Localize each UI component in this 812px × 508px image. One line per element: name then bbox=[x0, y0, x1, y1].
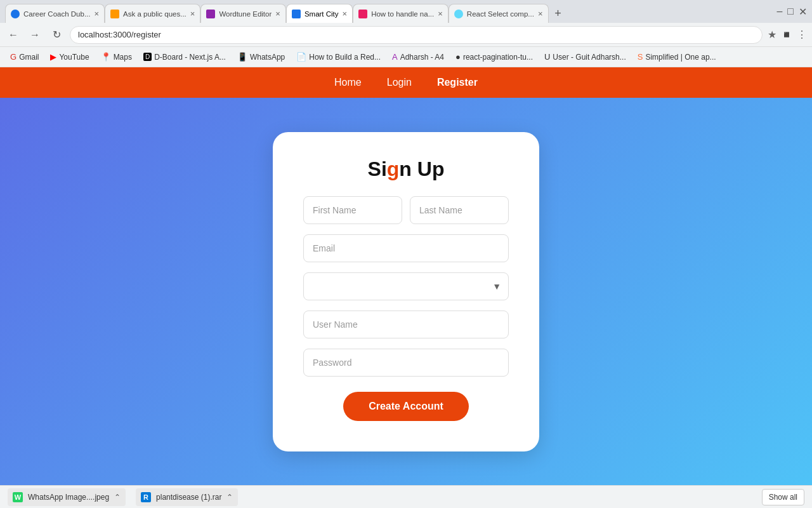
bookmark-label-whatsapp: WhatsApp bbox=[250, 53, 285, 62]
download-expand-whatsapp[interactable]: ⌃ bbox=[114, 493, 121, 502]
tab-wordtune[interactable]: Wordtune Editor × bbox=[200, 4, 285, 23]
bookmark-label-youtube: YouTube bbox=[59, 53, 89, 62]
role-select-wrapper: User Admin ▼ bbox=[303, 272, 509, 300]
tab-strip: Career Coach Dub... × Ask a public ques.… bbox=[5, 0, 771, 23]
bookmark-maps[interactable]: 📍 Maps bbox=[96, 51, 137, 63]
bookmark-favicon-gmail: G bbox=[10, 52, 16, 62]
tab-favicon-howto bbox=[358, 10, 367, 18]
bookmark-pagination[interactable]: ● react-pagination-tu... bbox=[450, 51, 538, 63]
bookmark-adharsh[interactable]: A Adharsh - A4 bbox=[387, 51, 449, 63]
main-area: Sign Up User Admin ▼ Cr bbox=[0, 98, 812, 485]
navbar: Home Login Register bbox=[0, 67, 812, 98]
minimize-button[interactable]: – bbox=[776, 6, 782, 17]
first-name-input[interactable] bbox=[303, 196, 402, 224]
bookmark-label-howbuild: How to Build a Red... bbox=[309, 53, 381, 62]
tab-label-career: Career Coach Dub... bbox=[23, 10, 90, 18]
download-item-whatsapp[interactable]: W WhatsApp Image....jpeg ⌃ bbox=[8, 488, 126, 506]
tab-close-react[interactable]: × bbox=[538, 9, 543, 18]
maximize-button[interactable]: □ bbox=[787, 6, 794, 17]
bookmarks-bar: G Gmail ▶ YouTube 📍 Maps D D-Board - Nex… bbox=[0, 47, 812, 67]
bookmark-youtube[interactable]: ▶ YouTube bbox=[45, 51, 94, 63]
tab-close-wordtune[interactable]: × bbox=[275, 9, 280, 18]
bookmark-label-pagination: react-pagination-tu... bbox=[463, 53, 533, 62]
tab-label-wordtune: Wordtune Editor bbox=[219, 10, 272, 18]
password-input[interactable] bbox=[303, 349, 509, 377]
tab-career-coach[interactable]: Career Coach Dub... × bbox=[5, 4, 105, 23]
nav-login[interactable]: Login bbox=[387, 77, 412, 88]
back-button[interactable]: ← bbox=[5, 27, 22, 43]
bookmark-favicon-pagination: ● bbox=[455, 52, 461, 62]
bookmark-howbuild[interactable]: 📄 How to Build a Red... bbox=[291, 51, 386, 63]
address-input[interactable]: localhost:3000/register bbox=[70, 26, 763, 44]
close-button[interactable]: ✕ bbox=[799, 6, 807, 18]
tab-favicon-react bbox=[454, 10, 463, 18]
tab-favicon-career bbox=[11, 10, 20, 18]
bookmark-favicon-maps: 📍 bbox=[101, 52, 111, 62]
last-name-input[interactable] bbox=[410, 196, 509, 224]
reload-button[interactable]: ↻ bbox=[48, 27, 65, 43]
bookmark-icon[interactable]: ★ bbox=[768, 29, 776, 41]
download-label-whatsapp: WhatsApp Image....jpeg bbox=[28, 493, 109, 502]
download-icon-plantdisease: R bbox=[141, 492, 151, 502]
bookmark-whatsapp[interactable]: 📱 WhatsApp bbox=[232, 51, 290, 63]
address-icons: ★ ◾ ⋮ bbox=[768, 29, 807, 41]
bookmark-favicon-user: U bbox=[544, 52, 550, 62]
signup-title: Sign Up bbox=[368, 157, 445, 181]
create-account-button[interactable]: Create Account bbox=[343, 392, 469, 421]
tab-favicon-wordtune bbox=[206, 10, 215, 18]
show-all-button[interactable]: Show all bbox=[762, 489, 804, 505]
tab-close-career[interactable]: × bbox=[94, 9, 99, 18]
tab-label-react: React Select comp... bbox=[467, 10, 534, 18]
bookmark-favicon-youtube: ▶ bbox=[50, 52, 56, 62]
bookmark-label-adharsh: Adharsh - A4 bbox=[400, 53, 444, 62]
download-icon-whatsapp: W bbox=[13, 492, 23, 502]
form-card: Sign Up User Admin ▼ Cr bbox=[273, 132, 539, 451]
bookmark-gmail[interactable]: G Gmail bbox=[5, 51, 44, 63]
tab-label-ask: Ask a public ques... bbox=[123, 10, 187, 18]
username-input[interactable] bbox=[303, 311, 509, 338]
bookmark-favicon-howbuild: 📄 bbox=[296, 52, 306, 62]
bookmark-favicon-whatsapp: 📱 bbox=[237, 52, 247, 62]
bookmark-label-gmail: Gmail bbox=[19, 53, 39, 62]
nav-register[interactable]: Register bbox=[437, 77, 478, 88]
name-row bbox=[303, 196, 509, 224]
tab-close-ask[interactable]: × bbox=[190, 9, 195, 18]
bookmark-favicon-adharsh: A bbox=[392, 52, 398, 62]
new-tab-button[interactable]: + bbox=[549, 4, 568, 23]
signup-title-highlight: g bbox=[387, 157, 400, 180]
email-input[interactable] bbox=[303, 234, 509, 262]
tab-favicon-smartcity bbox=[292, 10, 301, 18]
download-expand-plantdisease[interactable]: ⌃ bbox=[226, 493, 233, 502]
tab-close-howto[interactable]: × bbox=[438, 9, 443, 18]
status-bar: W WhatsApp Image....jpeg ⌃ R plantdiseas… bbox=[0, 485, 812, 508]
tab-close-smartcity[interactable]: × bbox=[343, 9, 348, 18]
tab-react[interactable]: React Select comp... × bbox=[449, 4, 549, 23]
bookmark-label-user: User - Guit Adharsh... bbox=[553, 53, 625, 62]
browser-window: Career Coach Dub... × Ask a public ques.… bbox=[0, 0, 812, 508]
nav-home[interactable]: Home bbox=[334, 77, 362, 88]
download-item-plantdisease[interactable]: R plantdisease (1).rar ⌃ bbox=[136, 488, 238, 506]
tab-favicon-ask bbox=[110, 10, 119, 18]
title-bar: Career Coach Dub... × Ask a public ques.… bbox=[0, 0, 812, 23]
app-content: Home Login Register Sign Up User bbox=[0, 67, 812, 485]
bookmark-dboard[interactable]: D D-Board - Next.js A... bbox=[138, 51, 231, 63]
tab-ask[interactable]: Ask a public ques... × bbox=[105, 4, 200, 23]
tab-label-smartcity: Smart City bbox=[304, 10, 339, 18]
bookmark-simplified[interactable]: S Simplified | One ap... bbox=[632, 51, 721, 63]
tab-smartcity[interactable]: Smart City × bbox=[286, 4, 353, 23]
tab-label-howto: How to handle na... bbox=[371, 10, 434, 18]
extensions-icon[interactable]: ◾ bbox=[780, 29, 793, 41]
address-bar: ← → ↻ localhost:3000/register ★ ◾ ⋮ bbox=[0, 23, 812, 47]
forward-button[interactable]: → bbox=[27, 27, 43, 43]
download-label-plantdisease: plantdisease (1).rar bbox=[156, 493, 221, 502]
bookmark-label-simplified: Simplified | One ap... bbox=[645, 53, 716, 62]
bookmark-favicon-simplified: S bbox=[638, 52, 643, 62]
window-controls: – □ ✕ bbox=[776, 6, 807, 18]
menu-icon[interactable]: ⋮ bbox=[797, 29, 807, 41]
bookmark-user[interactable]: U User - Guit Adharsh... bbox=[539, 51, 631, 63]
address-text: localhost:3000/register bbox=[78, 30, 161, 39]
bookmark-favicon-dboard: D bbox=[143, 53, 152, 61]
bookmark-label-maps: Maps bbox=[114, 53, 132, 62]
tab-howto[interactable]: How to handle na... × bbox=[353, 4, 449, 23]
role-select[interactable]: User Admin bbox=[303, 272, 509, 300]
